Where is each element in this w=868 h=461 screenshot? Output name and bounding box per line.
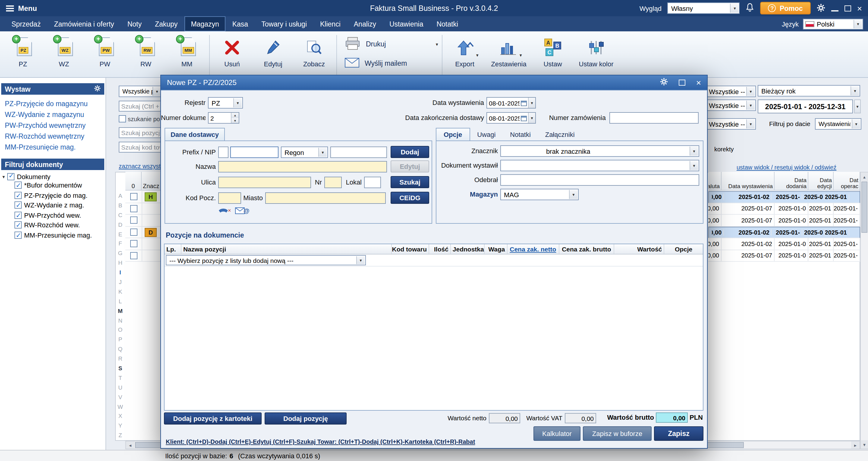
table-row[interactable]: 0,002025-01-022025-01-02025-012025-01- xyxy=(708,238,860,250)
menu-item-noty[interactable]: Noty xyxy=(121,16,148,31)
checkbox-icon[interactable] xyxy=(14,222,22,229)
row-checkbox[interactable] xyxy=(130,216,137,224)
scrollbar-thumb[interactable] xyxy=(861,182,867,233)
tree-item[interactable]: RW-Rozchód wew. xyxy=(14,220,103,230)
alphabet-letter[interactable]: J xyxy=(116,277,125,287)
alphabet-letter[interactable]: S xyxy=(116,364,125,373)
table-row[interactable] xyxy=(125,215,161,226)
toolbar-pw-button[interactable]: PW+ PW xyxy=(84,33,125,67)
tree-item[interactable]: WZ-Wydanie z mag. xyxy=(14,200,103,210)
tree-expander-icon[interactable]: ▾ xyxy=(2,174,5,179)
doc-number-input[interactable] xyxy=(209,113,231,123)
sidebar-issue-link[interactable]: WZ-Wydanie z magazynu xyxy=(5,109,101,120)
checkbox-icon[interactable] xyxy=(14,232,22,239)
alphabet-letter[interactable]: Z xyxy=(116,431,125,440)
table-row[interactable] xyxy=(125,238,161,250)
column-header-sorted[interactable]: Cena zak. netto xyxy=(507,244,559,254)
gear-icon[interactable] xyxy=(817,3,825,13)
column-header[interactable]: Jednostka xyxy=(451,244,485,254)
spin-down-icon[interactable]: ▼ xyxy=(231,118,239,123)
supplier-tab[interactable]: Dane dostawcy xyxy=(164,128,225,141)
alphabet-letter[interactable]: V xyxy=(116,392,125,402)
save-button[interactable]: Zapisz xyxy=(654,426,704,441)
column-header[interactable]: aluta xyxy=(708,172,721,190)
bell-icon[interactable] xyxy=(746,3,754,13)
filter-by-date-select[interactable]: Wystawienia ▼ xyxy=(815,118,861,130)
column-header[interactable]: Data dodania xyxy=(775,172,808,190)
street-no-input[interactable] xyxy=(324,177,342,188)
warehouse-select[interactable]: MAG ▼ xyxy=(500,189,579,200)
regon-select[interactable]: Regon ▼ xyxy=(281,147,328,158)
sidebar-issue-link[interactable]: RW-Rozchód wewnętrzny xyxy=(5,131,101,142)
toolbar-rw-button[interactable]: RW+ RW xyxy=(125,33,166,67)
alphabet-letter[interactable]: L xyxy=(116,297,125,306)
add-from-catalog-button[interactable]: Dodaj pozycję z kartoteki xyxy=(164,412,261,425)
chevron-down-icon[interactable]: ▼ xyxy=(475,53,479,57)
tree-item[interactable]: PZ-Przyjęcie do mag. xyxy=(14,190,103,200)
view-settings-links[interactable]: ustaw widok / resetuj widok / odświeź xyxy=(737,164,836,171)
export-button[interactable]: ▼ Export xyxy=(444,33,485,67)
chevron-down-icon[interactable]: ▼ xyxy=(435,42,439,46)
sidebar-issue-link[interactable]: PZ-Przyjęcie do magazynu xyxy=(5,98,101,109)
order-number-input[interactable] xyxy=(610,112,699,124)
alphabet-letter[interactable]: H xyxy=(116,258,125,268)
hamburger-menu-icon[interactable] xyxy=(6,5,14,11)
alphabet-letter[interactable]: D xyxy=(116,220,125,229)
search-first-checkbox[interactable] xyxy=(119,115,126,122)
tree-item[interactable]: MM-Przesunięcie mag. xyxy=(14,230,103,240)
alphabet-letter[interactable]: U xyxy=(116,383,125,393)
column-header[interactable]: 0 xyxy=(125,172,142,190)
menu-item-sprzedaż[interactable]: Sprzedaż xyxy=(5,16,47,31)
maximize-icon[interactable] xyxy=(844,5,851,11)
issued-by-select[interactable]: ▼ xyxy=(500,160,699,171)
doc-number-stepper[interactable]: ▲▼ xyxy=(208,112,239,124)
close-icon[interactable]: × xyxy=(696,79,701,87)
delete-button[interactable]: Usuń xyxy=(212,33,253,67)
add-supplier-button[interactable]: Dodaj xyxy=(391,146,429,158)
local-input[interactable] xyxy=(364,177,381,188)
tab-załączniki[interactable]: Załączniki xyxy=(538,128,582,141)
marker-select[interactable]: brak znacznika ▼ xyxy=(500,145,699,157)
table-row[interactable]: 0,002025-01-022025-01-2025-02025-01 xyxy=(708,191,860,203)
alphabet-letter[interactable]: M xyxy=(116,306,125,316)
send-email-button[interactable]: Wyślij mailem xyxy=(340,55,439,72)
table-row[interactable]: 0,002025-01-072025-01-02025-012025-01- xyxy=(708,250,860,262)
maximize-icon[interactable] xyxy=(679,80,685,86)
scroll-down-icon[interactable]: ▼ xyxy=(861,440,868,449)
alphabet-letter[interactable]: W xyxy=(116,402,125,411)
scroll-left-icon[interactable]: ◄ xyxy=(126,441,134,449)
vat-value-input[interactable] xyxy=(565,413,596,423)
row-checkbox[interactable] xyxy=(130,252,137,259)
column-header[interactable]: Cena zak. brutto xyxy=(559,244,615,254)
checkbox-icon[interactable] xyxy=(7,173,14,180)
tab-opcje[interactable]: Opcje xyxy=(436,128,470,141)
minimize-icon[interactable] xyxy=(831,10,838,11)
checkbox-icon[interactable] xyxy=(14,212,22,219)
alphabet-letter[interactable]: C xyxy=(116,211,125,220)
alphabet-letter[interactable]: T xyxy=(116,373,125,383)
alphabet-letter[interactable]: X xyxy=(116,411,125,421)
print-button[interactable]: Drukuj ▼ xyxy=(340,36,439,53)
alphabet-letter[interactable]: B xyxy=(116,201,125,211)
edit-supplier-button[interactable]: Edytuj xyxy=(391,160,429,173)
gear-icon[interactable] xyxy=(660,78,668,87)
city-input[interactable] xyxy=(265,192,386,204)
table-row[interactable]: D xyxy=(125,226,161,238)
search-supplier-button[interactable]: Szukaj xyxy=(391,176,429,188)
email-icon[interactable]: @ xyxy=(235,208,250,214)
supplier-name-input[interactable] xyxy=(218,161,387,173)
prefix-input[interactable] xyxy=(218,147,228,158)
tab-uwagi[interactable]: Uwagi xyxy=(470,128,503,141)
search-input[interactable] xyxy=(119,101,162,112)
register-select[interactable]: PZ ▼ xyxy=(208,97,243,109)
sidebar-issue-link[interactable]: MM-Przesunięcie mag. xyxy=(5,142,101,153)
delivery-end-input[interactable]: 08-01-2025 ▼ xyxy=(487,112,536,124)
menu-item-zamówienia-i-oferty[interactable]: Zamówienia i oferty xyxy=(47,16,121,31)
net-value-input[interactable] xyxy=(489,413,520,423)
save-buffer-button[interactable]: Zapisz w buforze xyxy=(583,426,652,441)
menu-item-notatki[interactable]: Notatki xyxy=(430,16,465,31)
menu-item-klienci[interactable]: Klienci xyxy=(313,16,347,31)
received-by-input[interactable] xyxy=(500,174,699,186)
scroll-up-icon[interactable]: ▲ xyxy=(861,173,868,181)
toolbar-wz-button[interactable]: WZ+ WZ xyxy=(43,33,84,67)
